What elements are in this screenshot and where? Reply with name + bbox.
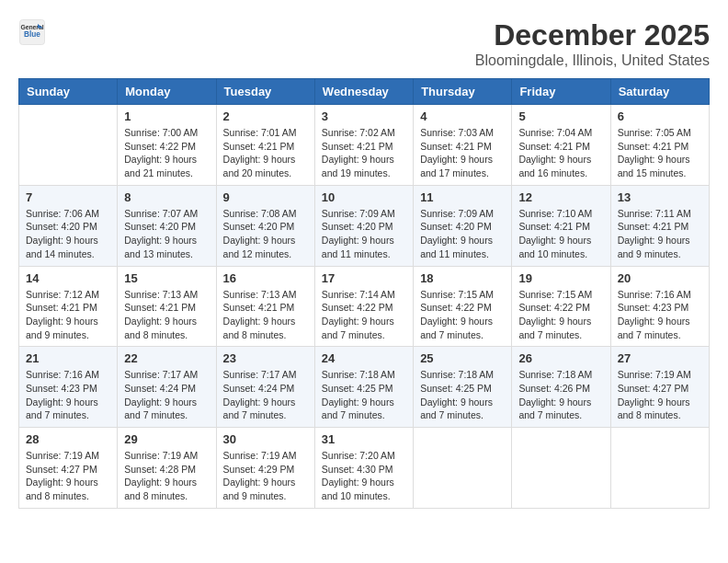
day-number: 12 (518, 190, 603, 204)
calendar-cell: 17Sunrise: 7:14 AMSunset: 4:22 PMDayligh… (314, 266, 413, 347)
calendar-cell: 19Sunrise: 7:15 AMSunset: 4:22 PMDayligh… (512, 266, 610, 347)
calendar-cell (414, 428, 512, 509)
calendar-cell: 21Sunrise: 7:16 AMSunset: 4:23 PMDayligh… (19, 347, 118, 428)
day-number: 11 (420, 190, 505, 204)
day-number: 18 (420, 271, 505, 285)
day-info: Sunrise: 7:10 AMSunset: 4:21 PMDaylight:… (518, 207, 603, 261)
day-info: Sunrise: 7:18 AMSunset: 4:25 PMDaylight:… (420, 368, 505, 422)
location-title: Bloomingdale, Illinois, United States (475, 52, 710, 69)
weekday-header-tuesday: Tuesday (216, 79, 314, 105)
weekday-header-saturday: Saturday (610, 79, 709, 105)
day-info: Sunrise: 7:18 AMSunset: 4:25 PMDaylight:… (322, 368, 406, 422)
day-number: 26 (518, 351, 603, 365)
calendar-cell: 24Sunrise: 7:18 AMSunset: 4:25 PMDayligh… (314, 347, 413, 428)
calendar-cell: 10Sunrise: 7:09 AMSunset: 4:20 PMDayligh… (314, 185, 413, 266)
day-info: Sunrise: 7:06 AMSunset: 4:20 PMDaylight:… (26, 207, 110, 261)
day-info: Sunrise: 7:09 AMSunset: 4:20 PMDaylight:… (322, 207, 406, 261)
logo: General Blue (18, 18, 46, 46)
logo-icon: General Blue (18, 18, 46, 46)
calendar-cell: 1Sunrise: 7:00 AMSunset: 4:22 PMDaylight… (118, 105, 216, 186)
day-info: Sunrise: 7:08 AMSunset: 4:20 PMDaylight:… (223, 207, 308, 261)
calendar-cell: 20Sunrise: 7:16 AMSunset: 4:23 PMDayligh… (610, 266, 709, 347)
day-info: Sunrise: 7:01 AMSunset: 4:21 PMDaylight:… (223, 126, 308, 180)
day-number: 28 (26, 432, 110, 446)
day-info: Sunrise: 7:03 AMSunset: 4:21 PMDaylight:… (420, 126, 505, 180)
calendar-table: SundayMondayTuesdayWednesdayThursdayFrid… (18, 78, 710, 509)
day-info: Sunrise: 7:15 AMSunset: 4:22 PMDaylight:… (518, 288, 603, 342)
day-number: 15 (124, 271, 209, 285)
day-number: 20 (618, 271, 702, 285)
day-info: Sunrise: 7:00 AMSunset: 4:22 PMDaylight:… (124, 126, 209, 180)
day-number: 10 (322, 190, 406, 204)
day-info: Sunrise: 7:19 AMSunset: 4:28 PMDaylight:… (124, 449, 209, 503)
day-number: 17 (322, 271, 406, 285)
calendar-cell: 11Sunrise: 7:09 AMSunset: 4:20 PMDayligh… (414, 185, 512, 266)
day-info: Sunrise: 7:17 AMSunset: 4:24 PMDaylight:… (124, 368, 209, 422)
day-info: Sunrise: 7:16 AMSunset: 4:23 PMDaylight:… (618, 288, 702, 342)
calendar-cell: 15Sunrise: 7:13 AMSunset: 4:21 PMDayligh… (118, 266, 216, 347)
weekday-header-sunday: Sunday (19, 79, 118, 105)
calendar-cell: 26Sunrise: 7:18 AMSunset: 4:26 PMDayligh… (512, 347, 610, 428)
month-title: December 2025 (475, 18, 710, 52)
calendar-cell: 29Sunrise: 7:19 AMSunset: 4:28 PMDayligh… (118, 428, 216, 509)
calendar-cell (610, 428, 709, 509)
day-info: Sunrise: 7:15 AMSunset: 4:22 PMDaylight:… (420, 288, 505, 342)
day-number: 6 (618, 109, 702, 123)
day-number: 14 (26, 271, 110, 285)
calendar-cell: 6Sunrise: 7:05 AMSunset: 4:21 PMDaylight… (610, 105, 709, 186)
day-number: 30 (223, 432, 308, 446)
calendar-week-row: 21Sunrise: 7:16 AMSunset: 4:23 PMDayligh… (19, 347, 710, 428)
calendar-cell: 2Sunrise: 7:01 AMSunset: 4:21 PMDaylight… (216, 105, 314, 186)
day-number: 3 (322, 109, 406, 123)
day-info: Sunrise: 7:14 AMSunset: 4:22 PMDaylight:… (322, 288, 406, 342)
calendar-cell: 27Sunrise: 7:19 AMSunset: 4:27 PMDayligh… (610, 347, 709, 428)
calendar-cell: 23Sunrise: 7:17 AMSunset: 4:24 PMDayligh… (216, 347, 314, 428)
day-number: 21 (26, 351, 110, 365)
calendar-cell: 7Sunrise: 7:06 AMSunset: 4:20 PMDaylight… (19, 185, 118, 266)
page-header: General Blue December 2025 Bloomingdale,… (18, 18, 710, 69)
day-number: 19 (518, 271, 603, 285)
weekday-header-wednesday: Wednesday (314, 79, 413, 105)
day-info: Sunrise: 7:17 AMSunset: 4:24 PMDaylight:… (223, 368, 308, 422)
calendar-week-row: 1Sunrise: 7:00 AMSunset: 4:22 PMDaylight… (19, 105, 710, 186)
day-number: 5 (518, 109, 603, 123)
weekday-header-row: SundayMondayTuesdayWednesdayThursdayFrid… (19, 79, 710, 105)
calendar-cell: 16Sunrise: 7:13 AMSunset: 4:21 PMDayligh… (216, 266, 314, 347)
calendar-cell: 5Sunrise: 7:04 AMSunset: 4:21 PMDaylight… (512, 105, 610, 186)
day-number: 2 (223, 109, 308, 123)
calendar-cell: 22Sunrise: 7:17 AMSunset: 4:24 PMDayligh… (118, 347, 216, 428)
day-info: Sunrise: 7:12 AMSunset: 4:21 PMDaylight:… (26, 288, 110, 342)
calendar-cell: 9Sunrise: 7:08 AMSunset: 4:20 PMDaylight… (216, 185, 314, 266)
calendar-cell: 3Sunrise: 7:02 AMSunset: 4:21 PMDaylight… (314, 105, 413, 186)
calendar-cell: 14Sunrise: 7:12 AMSunset: 4:21 PMDayligh… (19, 266, 118, 347)
calendar-week-row: 14Sunrise: 7:12 AMSunset: 4:21 PMDayligh… (19, 266, 710, 347)
day-number: 23 (223, 351, 308, 365)
day-info: Sunrise: 7:11 AMSunset: 4:21 PMDaylight:… (618, 207, 702, 261)
day-number: 8 (124, 190, 209, 204)
day-number: 4 (420, 109, 505, 123)
day-info: Sunrise: 7:02 AMSunset: 4:21 PMDaylight:… (322, 126, 406, 180)
svg-text:Blue: Blue (24, 30, 40, 39)
calendar-week-row: 28Sunrise: 7:19 AMSunset: 4:27 PMDayligh… (19, 428, 710, 509)
day-info: Sunrise: 7:20 AMSunset: 4:30 PMDaylight:… (322, 449, 406, 503)
day-info: Sunrise: 7:18 AMSunset: 4:26 PMDaylight:… (518, 368, 603, 422)
weekday-header-friday: Friday (512, 79, 610, 105)
calendar-cell: 30Sunrise: 7:19 AMSunset: 4:29 PMDayligh… (216, 428, 314, 509)
title-area: December 2025 Bloomingdale, Illinois, Un… (475, 18, 710, 69)
day-info: Sunrise: 7:05 AMSunset: 4:21 PMDaylight:… (618, 126, 702, 180)
day-number: 13 (618, 190, 702, 204)
calendar-cell: 8Sunrise: 7:07 AMSunset: 4:20 PMDaylight… (118, 185, 216, 266)
day-info: Sunrise: 7:19 AMSunset: 4:27 PMDaylight:… (618, 368, 702, 422)
day-number: 9 (223, 190, 308, 204)
calendar-cell: 28Sunrise: 7:19 AMSunset: 4:27 PMDayligh… (19, 428, 118, 509)
day-info: Sunrise: 7:04 AMSunset: 4:21 PMDaylight:… (518, 126, 603, 180)
calendar-cell: 4Sunrise: 7:03 AMSunset: 4:21 PMDaylight… (414, 105, 512, 186)
calendar-cell: 31Sunrise: 7:20 AMSunset: 4:30 PMDayligh… (314, 428, 413, 509)
calendar-cell (19, 105, 118, 186)
day-number: 7 (26, 190, 110, 204)
day-number: 24 (322, 351, 406, 365)
day-number: 31 (322, 432, 406, 446)
day-info: Sunrise: 7:16 AMSunset: 4:23 PMDaylight:… (26, 368, 110, 422)
day-info: Sunrise: 7:07 AMSunset: 4:20 PMDaylight:… (124, 207, 209, 261)
calendar-cell: 18Sunrise: 7:15 AMSunset: 4:22 PMDayligh… (414, 266, 512, 347)
